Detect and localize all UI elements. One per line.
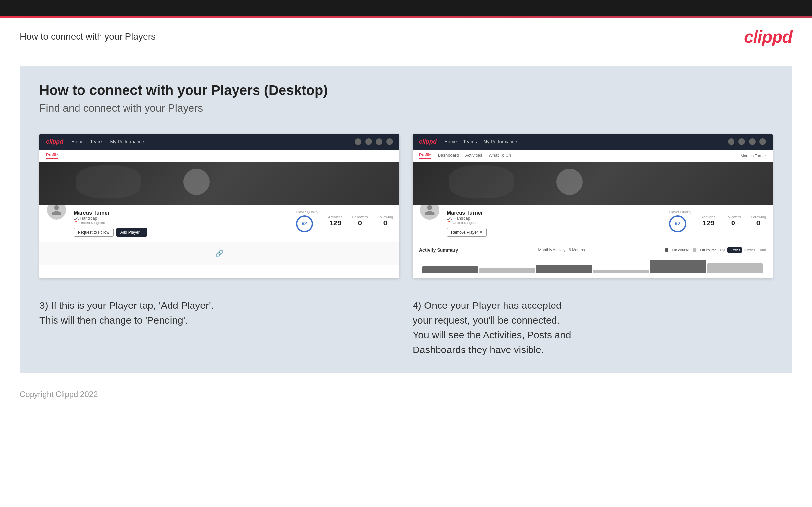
add-player-button-1[interactable]: Add Player + [116, 228, 147, 237]
remove-player-area: Remove Player ✕ [447, 228, 663, 237]
logo: clippd [744, 27, 792, 47]
mock-lower-1: 🔗 [39, 242, 399, 265]
activities-label-1: Activities [328, 215, 342, 219]
close-icon-remove: ✕ [479, 230, 483, 235]
mock-user-details-1: Marcus Turner 1-5 Handicap 📍 United King… [73, 210, 289, 237]
mock-tab-whattoon-2[interactable]: What To On [489, 153, 511, 159]
mock-user-name-1: Marcus Turner [73, 210, 289, 216]
link-icon-1: 🔗 [215, 249, 224, 257]
chart-bar-3 [537, 265, 592, 273]
activity-controls: On course Off course 1 yr 6 mths 3 mths … [665, 247, 766, 253]
footer: Copyright Clippd 2022 [0, 383, 812, 406]
user-icon-1[interactable] [365, 138, 372, 145]
following-stat-2: Following 0 [751, 215, 766, 227]
request-follow-button-1[interactable]: Request to Follow [73, 228, 114, 237]
mock-user-handicap-1: 1-5 Handicap [73, 216, 289, 221]
main-content: How to connect with your Players (Deskto… [20, 66, 792, 374]
mock-tab-dashboard-2[interactable]: Dashboard [438, 153, 459, 159]
following-label-1: Following [378, 215, 393, 219]
player-quality-section-2: Player Quality 92 [669, 210, 692, 232]
mock-tab-profile-2[interactable]: Profile [419, 152, 431, 159]
activities-value-1: 129 [328, 219, 342, 227]
followers-stat-2: Followers 0 [725, 215, 741, 227]
mock-nav-teams-1: Teams [90, 139, 103, 145]
mock-profile-info-2: Marcus Turner 1-5 Handicap 📍 United King… [413, 205, 773, 242]
activity-chart [419, 257, 766, 273]
mock-tabs-2: Profile Dashboard Activities What To On … [413, 150, 773, 162]
remove-player-button[interactable]: Remove Player ✕ [447, 228, 487, 237]
player-quality-ring-2: 92 [669, 215, 686, 232]
mock-user-location-1: 📍 United Kingdom [73, 221, 289, 225]
activity-header: Activity Summary Monthly Activity · 6 Mo… [419, 247, 766, 253]
settings-icon-2[interactable] [749, 138, 756, 145]
filter-3mths[interactable]: 3 mths [744, 248, 755, 252]
avatar-icon-1 [51, 204, 62, 216]
followers-label-2: Followers [725, 215, 741, 219]
header: How to connect with your Players clippd [0, 18, 812, 56]
off-course-legend-label: Off course [700, 248, 717, 252]
activities-value-2: 129 [701, 219, 715, 227]
mock-profile-info-1: Marcus Turner 1-5 Handicap 📍 United King… [39, 205, 399, 242]
mock-tab-activities-2[interactable]: Activities [465, 153, 482, 159]
captions-row: 3) If this is your Player tap, 'Add Play… [39, 298, 773, 357]
activities-stat-1: Activities 129 [328, 215, 342, 227]
screenshot-1: clippd Home Teams My Performance Profile [39, 134, 399, 278]
mock-tab-profile-1[interactable]: Profile [46, 152, 58, 159]
settings-icon-1[interactable] [376, 138, 383, 145]
followers-value-1: 0 [352, 219, 367, 227]
page-subheading: Find and connect with your Players [39, 102, 773, 114]
mock-nav-performance-2: My Performance [484, 139, 517, 145]
search-icon-1[interactable] [355, 138, 361, 145]
off-course-legend-dot [693, 248, 696, 252]
mock-user-handicap-2: 1-5 Handicap [447, 216, 663, 221]
filter-1mth[interactable]: 1 mth [757, 248, 766, 252]
mock-logo-2: clippd [419, 138, 437, 146]
mock-nav-1: clippd Home Teams My Performance [39, 134, 399, 150]
activities-label-2: Activities [701, 215, 715, 219]
following-stat-1: Following 0 [378, 215, 393, 227]
filter-1yr[interactable]: 1 yr [719, 248, 725, 252]
player-quality-section-1: Player Quality 92 [296, 210, 318, 232]
mock-nav-2: clippd Home Teams My Performance [413, 134, 773, 150]
copyright-text: Copyright Clippd 2022 [20, 390, 98, 399]
caption-2: 4) Once your Player has acceptedyour req… [413, 298, 773, 357]
followers-value-2: 0 [725, 219, 741, 227]
mock-user-location-2: 📍 United Kingdom [447, 221, 663, 225]
following-value-1: 0 [378, 219, 393, 227]
mock-nav-performance-1: My Performance [110, 139, 144, 145]
search-icon-2[interactable] [728, 138, 734, 145]
screenshots-row: clippd Home Teams My Performance Profile [39, 134, 773, 278]
activities-stat-2: Activities 129 [701, 215, 715, 227]
player-quality-label-2: Player Quality [669, 210, 692, 214]
on-course-legend-label: On course [672, 248, 689, 252]
mock-user-dropdown-2[interactable]: Marcus Turner [741, 154, 766, 158]
activity-period: Monthly Activity · 6 Months [539, 248, 585, 252]
filter-6mths[interactable]: 6 mths [727, 247, 742, 253]
mock-user-name-2: Marcus Turner [447, 210, 663, 216]
mock-profile-bg-1 [39, 162, 399, 205]
mock-nav-teams-2: Teams [463, 139, 476, 145]
mock-tabs-1: Profile [39, 150, 399, 162]
activity-filters: 1 yr 6 mths 3 mths 1 mth [719, 247, 766, 253]
chart-legend: On course Off course [665, 248, 717, 252]
header-title: How to connect with your Players [20, 32, 156, 42]
mock-buttons-1: Request to Follow Add Player + [73, 228, 289, 237]
chart-bar-5 [650, 260, 706, 273]
mock-nav-icons-1 [355, 138, 393, 145]
caption-1: 3) If this is your Player tap, 'Add Play… [39, 298, 399, 357]
mock-nav-icons-2 [728, 138, 766, 145]
user-icon-2[interactable] [739, 138, 745, 145]
following-label-2: Following [751, 215, 766, 219]
player-quality-label-1: Player Quality [296, 210, 318, 214]
avatar-icon-2 [424, 204, 436, 216]
mock-nav-home-2: Home [445, 139, 457, 145]
globe-icon-1[interactable] [386, 138, 393, 145]
followers-stat-1: Followers 0 [352, 215, 367, 227]
chart-bar-1 [422, 267, 478, 273]
chart-bar-6 [707, 263, 763, 273]
chart-bar-4 [593, 270, 649, 273]
globe-icon-2[interactable] [759, 138, 766, 145]
page-heading: How to connect with your Players (Deskto… [39, 82, 773, 98]
activity-title: Activity Summary [419, 247, 458, 253]
activity-summary: Activity Summary Monthly Activity · 6 Mo… [413, 242, 773, 278]
